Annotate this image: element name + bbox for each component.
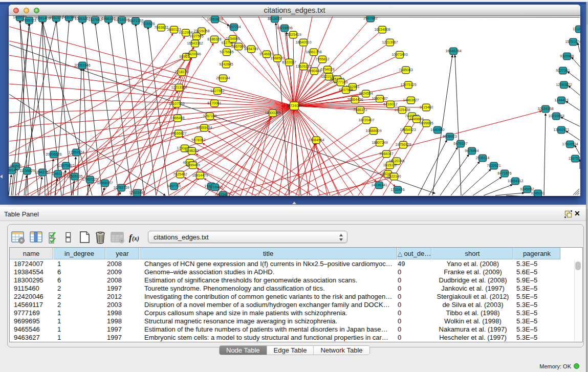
svg-text:17016534: 17016534: [562, 142, 578, 146]
svg-text:8938923: 8938923: [443, 135, 456, 138]
svg-text:6216012: 6216012: [383, 102, 397, 106]
svg-text:19166827: 19166827: [170, 132, 186, 135]
svg-text:9242845: 9242845: [219, 62, 233, 66]
svg-text:7515526: 7515526: [141, 22, 155, 26]
svg-text:1167533: 1167533: [569, 157, 580, 160]
svg-text:23420046: 23420046: [185, 52, 201, 56]
svg-text:7663822: 7663822: [154, 26, 168, 29]
svg-text:9245091: 9245091: [531, 191, 545, 195]
svg-text:8990448: 8990448: [307, 69, 321, 73]
svg-text:19756928: 19756928: [395, 143, 411, 146]
svg-text:4099489: 4099489: [186, 163, 200, 167]
svg-text:17359924: 17359924: [68, 150, 84, 154]
svg-text:10807487: 10807487: [372, 97, 387, 100]
svg-text:16648784: 16648784: [445, 49, 461, 53]
svg-text:20206526: 20206526: [46, 152, 61, 156]
svg-text:6897568: 6897568: [339, 88, 353, 92]
svg-text:1145119: 1145119: [51, 172, 64, 176]
svg-text:9227341: 9227341: [556, 69, 570, 72]
svg-text:9457791: 9457791: [167, 184, 181, 188]
svg-text:16107553: 16107553: [168, 102, 184, 105]
svg-text:1965498: 1965498: [170, 116, 184, 120]
svg-text:2718170: 2718170: [175, 70, 188, 74]
svg-text:19654923: 19654923: [400, 128, 416, 132]
svg-text:2803144: 2803144: [216, 76, 230, 80]
svg-text:7632621: 7632621: [487, 164, 500, 167]
svg-text:13716485: 13716485: [207, 185, 223, 189]
svg-text:18720407: 18720407: [358, 118, 374, 122]
svg-text:5578352: 5578352: [191, 138, 205, 142]
svg-text:8186328: 8186328: [207, 37, 221, 41]
svg-text:18300295: 18300295: [265, 111, 280, 115]
svg-text:6794028: 6794028: [320, 68, 334, 71]
svg-text:8454749: 8454749: [244, 47, 258, 51]
svg-text:2522140: 2522140: [387, 174, 401, 178]
svg-text:1112541: 1112541: [573, 27, 580, 31]
svg-text:7625402: 7625402: [173, 172, 187, 176]
svg-text:16053809: 16053809: [207, 17, 223, 21]
svg-text:2935114: 2935114: [476, 156, 490, 160]
svg-text:20053346: 20053346: [74, 63, 90, 67]
svg-text:12923446: 12923446: [129, 191, 145, 194]
svg-text:13325419: 13325419: [285, 33, 301, 36]
svg-text:12355934: 12355934: [196, 126, 212, 129]
svg-text:9115460: 9115460: [420, 105, 433, 109]
svg-text:10688609: 10688609: [365, 129, 381, 133]
svg-text:1244419: 1244419: [554, 98, 568, 102]
svg-text:10973493: 10973493: [391, 53, 407, 56]
svg-text:12093822: 12093822: [556, 83, 572, 86]
svg-text:1527602: 1527602: [88, 18, 102, 21]
svg-text:8813054: 8813054: [268, 17, 281, 20]
svg-text:12213369: 12213369: [171, 85, 187, 89]
svg-text:9699695: 9699695: [419, 121, 433, 125]
svg-text:2867608: 2867608: [231, 45, 245, 48]
svg-text:16782759: 16782759: [113, 186, 129, 189]
svg-text:16961758: 16961758: [306, 50, 321, 54]
svg-text:7357234: 7357234: [227, 25, 241, 29]
svg-text:7386372: 7386372: [353, 108, 367, 112]
svg-text:939149: 939149: [9, 168, 18, 172]
svg-text:12942757: 12942757: [34, 170, 50, 174]
svg-text:16154808: 16154808: [374, 28, 390, 31]
svg-text:9777169: 9777169: [334, 80, 347, 84]
svg-text:2687682: 2687682: [363, 16, 377, 20]
svg-text:9245652: 9245652: [520, 187, 534, 191]
svg-text:(x): (x): [132, 235, 139, 242]
svg-text:12505135: 12505135: [67, 174, 82, 178]
svg-text:14136141: 14136141: [371, 183, 387, 187]
svg-text:10210693: 10210693: [548, 114, 564, 118]
svg-text:18807249: 18807249: [372, 141, 387, 144]
svg-text:10958107: 10958107: [97, 181, 113, 185]
svg-text:19218596: 19218596: [276, 26, 292, 30]
svg-text:9051571: 9051571: [49, 16, 63, 19]
svg-text:16914479: 16914479: [192, 173, 208, 177]
svg-text:7485063: 7485063: [399, 68, 412, 72]
svg-text:1615112: 1615112: [383, 163, 397, 167]
svg-text:5375685: 5375685: [220, 50, 233, 54]
svg-text:17957225: 17957225: [82, 178, 98, 181]
svg-text:9312954: 9312954: [179, 31, 192, 34]
svg-text:18724007: 18724007: [286, 104, 302, 107]
svg-text:9474444: 9474444: [465, 149, 478, 152]
svg-text:7449604: 7449604: [409, 117, 423, 121]
svg-text:9084047: 9084047: [379, 152, 393, 156]
svg-text:15751074: 15751074: [565, 40, 580, 43]
svg-text:19384554: 19384554: [308, 138, 324, 142]
svg-text:7955812: 7955812: [315, 57, 329, 61]
svg-text:12975125: 12975125: [400, 83, 416, 86]
svg-text:5498222: 5498222: [185, 149, 199, 152]
svg-text:16543362: 16543362: [187, 41, 203, 45]
svg-text:8170061: 8170061: [207, 101, 221, 105]
svg-text:32159358: 32159358: [537, 107, 553, 111]
svg-text:13626215: 13626215: [295, 64, 311, 68]
svg-text:10654112: 10654112: [508, 179, 524, 183]
svg-text:9523401: 9523401: [216, 193, 230, 196]
svg-text:3024554: 3024554: [359, 92, 373, 95]
svg-text:6479197: 6479197: [453, 142, 467, 145]
svg-text:11156829: 11156829: [19, 169, 35, 172]
svg-text:9329966: 9329966: [560, 54, 574, 58]
svg-text:9427552: 9427552: [210, 89, 224, 93]
svg-text:14463627: 14463627: [403, 98, 419, 102]
svg-text:1588520: 1588520: [270, 56, 284, 60]
svg-text:9146821: 9146821: [259, 52, 273, 56]
